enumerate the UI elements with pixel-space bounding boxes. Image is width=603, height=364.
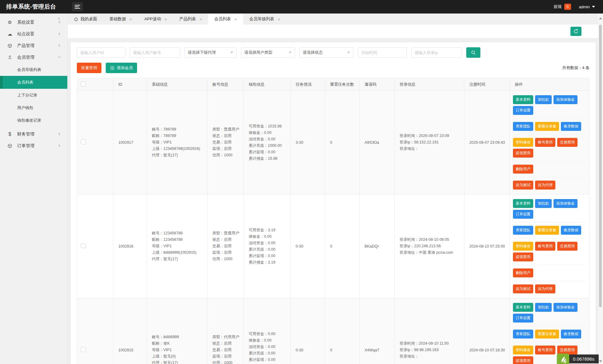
op-button[interactable]: 密码修改	[513, 242, 533, 251]
tab-product-list[interactable]: 产品列表 ×	[173, 14, 208, 25]
user-type-select[interactable]: 请选择用户类型	[241, 47, 295, 58]
batch-disable-button[interactable]: 批量禁用	[77, 63, 101, 73]
tab-basic-data[interactable]: 基础数据 ×	[103, 14, 138, 25]
account-info-line: 状态：启用	[212, 237, 241, 243]
column-header-invite-code: 邀请码	[360, 78, 395, 91]
op-button[interactable]: 账号禁用	[535, 242, 555, 251]
wallet-info-line: 冻结资金：0.00	[249, 240, 288, 246]
close-icon[interactable]: ×	[164, 17, 167, 22]
sidebar-item-wallet-change-records[interactable]: 钱包修改记录	[0, 114, 67, 127]
sidebar-item-member-management[interactable]: 会员管理	[0, 52, 67, 63]
op-button[interactable]: 添加体验金	[554, 199, 577, 208]
scroll-down-icon[interactable]	[599, 360, 602, 362]
wallet-info-line: 累计充值：0.00	[249, 350, 288, 357]
column-header-login-info: 登录信息	[395, 78, 464, 91]
op-button[interactable]: 账号禁用	[535, 346, 555, 354]
op-button[interactable]: 查看团队	[513, 330, 533, 339]
user-menu[interactable]: admin	[579, 5, 595, 9]
tab-member-level-list[interactable]: 会员等级列表 ×	[243, 14, 286, 25]
sidebar-item-member-level-list[interactable]: 会员等级列表	[0, 63, 67, 76]
chevron-down-icon	[289, 52, 292, 53]
cloud-icon: ☁	[7, 31, 13, 37]
row-checkbox[interactable]	[81, 347, 86, 352]
login-info-cell: 登录时间：2024-08-10 08:05登录ip：220.246.213.56…	[395, 194, 464, 298]
scrollbar-thumb[interactable]	[599, 25, 602, 307]
sidebar-item-score-records[interactable]: 上下分记录	[0, 89, 67, 101]
search-icon	[471, 50, 476, 55]
status-select[interactable]: 请选择状态	[299, 47, 353, 58]
row-checkbox[interactable]	[81, 243, 86, 248]
user-id-input[interactable]	[77, 47, 125, 58]
tab-my-desktop[interactable]: 我的桌面	[68, 14, 103, 25]
wallet-info-line: 累计佣金：3.19	[249, 259, 288, 266]
op-button[interactable]: 查看团队	[513, 122, 533, 131]
sidebar-item-member-list[interactable]: 会员列表	[0, 76, 67, 89]
op-button[interactable]: 交易禁用	[557, 242, 577, 251]
op-button[interactable]: 设为测试	[513, 284, 533, 293]
op-button[interactable]: 交易禁用	[557, 138, 577, 147]
op-button[interactable]: 密码修改	[513, 346, 533, 354]
sidebar-toggle-button[interactable]	[72, 2, 83, 11]
op-button[interactable]: 账号禁用	[535, 138, 555, 147]
op-button[interactable]: 加扣款	[535, 303, 552, 312]
op-button[interactable]: 设为代理	[535, 181, 555, 190]
close-icon[interactable]: ×	[199, 17, 202, 22]
op-button[interactable]: 重置任务量	[535, 226, 559, 235]
user-account-input[interactable]	[130, 47, 180, 58]
base-info-line: 等级：VIP1	[152, 139, 205, 146]
op-button[interactable]: 删除用户	[513, 165, 533, 174]
add-member-button[interactable]: 添加会员	[106, 63, 137, 73]
op-button[interactable]: 提现禁用	[513, 252, 533, 261]
sidebar-item-site-settings[interactable]: ☁ 站点设置	[0, 28, 67, 40]
op-button[interactable]: 交易禁用	[557, 346, 577, 354]
op-button[interactable]: 基本资料	[513, 95, 533, 104]
scroll-up-icon[interactable]	[599, 17, 602, 19]
account-info-line: 交易：启用	[212, 139, 241, 146]
op-button[interactable]: 设为代理	[535, 284, 555, 293]
tab-app-scroll[interactable]: APP滚动 ×	[138, 14, 173, 25]
close-icon[interactable]: ×	[234, 17, 237, 22]
op-button[interactable]: 账变数据	[561, 330, 581, 339]
op-button[interactable]: 加扣款	[535, 95, 552, 104]
op-button[interactable]: 订单设置	[513, 106, 533, 115]
op-button[interactable]: 订单设置	[513, 314, 533, 323]
agent-select[interactable]: 请选择下级代理	[184, 47, 237, 58]
sidebar-item-user-wallet[interactable]: 用户钱包	[0, 101, 67, 114]
login-ip-input[interactable]	[411, 47, 462, 58]
column-header-task-status: 任务情况	[291, 78, 325, 91]
sidebar-item-product-management[interactable]: 产品管理	[0, 40, 67, 52]
row-checkbox[interactable]	[81, 139, 86, 144]
op-button[interactable]: 查看团队	[513, 226, 533, 235]
refresh-button[interactable]	[570, 27, 581, 36]
operations-cell: 基本资料加扣款添加体验金订单设置查看团队重置任务量账变数据密码修改账号禁用交易禁…	[510, 194, 589, 298]
login-info-line: 登录时间：2024-08-10 08:05	[400, 237, 462, 243]
op-button[interactable]: 订单设置	[513, 210, 533, 219]
op-button[interactable]: 提现禁用	[513, 149, 533, 158]
sidebar-item-order-management[interactable]: 订单管理	[0, 140, 67, 152]
tabs-scroll-left-icon[interactable]	[57, 17, 61, 22]
op-button[interactable]: 基本资料	[513, 199, 533, 208]
select-all-checkbox[interactable]	[81, 81, 86, 86]
op-button[interactable]: 添加体验金	[554, 95, 577, 104]
op-button[interactable]: 加扣款	[535, 199, 552, 208]
op-button[interactable]: 重置任务量	[535, 122, 559, 131]
op-button[interactable]: 设为测试	[513, 181, 533, 190]
register-time-cell: 2024-08-10 07:25:00	[464, 194, 510, 298]
op-button[interactable]: 提现禁用	[513, 356, 533, 364]
op-button[interactable]: 账变数据	[561, 122, 581, 131]
close-icon[interactable]: ×	[278, 17, 280, 22]
op-button[interactable]: 密码修改	[513, 138, 533, 147]
search-button[interactable]	[466, 47, 480, 58]
op-button[interactable]: 重置任务量	[535, 330, 559, 339]
withdraw-menu[interactable]: 提现 0	[554, 4, 571, 10]
op-button[interactable]: 账变数据	[561, 226, 581, 235]
user-icon	[7, 55, 13, 60]
op-button[interactable]: 添加体验金	[554, 303, 577, 312]
op-button[interactable]: 基本资料	[513, 303, 533, 312]
tab-member-list[interactable]: 会员列表 ×	[208, 14, 243, 25]
vertical-scrollbar[interactable]	[598, 14, 603, 364]
start-time-input[interactable]	[358, 47, 407, 58]
sidebar-item-finance-management[interactable]: $ 财务管理	[0, 128, 67, 140]
op-button[interactable]: 删除用户	[513, 268, 533, 277]
close-icon[interactable]: ×	[129, 17, 132, 22]
